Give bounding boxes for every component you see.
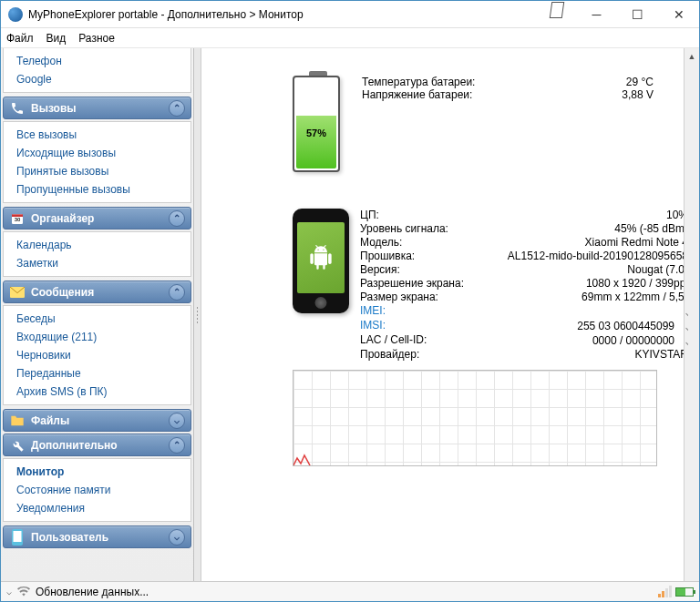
maximize-button[interactable]: ☐ xyxy=(617,2,658,27)
splitter-handle[interactable] xyxy=(194,48,201,581)
sidebar-item-archive[interactable]: Архив SMS (в ПК) xyxy=(4,383,190,401)
sidebar-item-allcalls[interactable]: Все вызовы xyxy=(4,126,190,144)
section-label: Дополнительно xyxy=(31,439,118,452)
section-label: Вызовы xyxy=(31,102,77,115)
sidebar-item-notifications[interactable]: Уведомления xyxy=(4,499,190,517)
svg-text:30: 30 xyxy=(15,217,21,222)
sidebar-item-monitor[interactable]: Монитор xyxy=(4,463,190,481)
provider-value: KYIVSTAR xyxy=(479,348,688,361)
collapse-icon[interactable]: ⌃ xyxy=(169,284,185,301)
section-header-extra[interactable]: Дополнительно ⌃ xyxy=(3,434,191,456)
sidebar-item-calendar[interactable]: Календарь xyxy=(4,236,190,254)
status-text: Обновление данных... xyxy=(36,586,149,598)
sidebar-item-notes[interactable]: Заметки xyxy=(4,254,190,272)
menu-misc[interactable]: Разное xyxy=(78,32,115,45)
firmware-value: AL1512-mido-build-20190128095658 xyxy=(479,250,688,262)
version-value: Nougat (7.0) xyxy=(479,263,688,276)
svg-rect-1 xyxy=(12,214,23,217)
screensize-label: Размер экрана: xyxy=(360,291,479,303)
app-window: MyPhoneExplorer portable - Дополнительно… xyxy=(0,0,700,602)
sidebar-item-incoming[interactable]: Принятые вызовы xyxy=(4,162,190,180)
phone-icon xyxy=(9,100,26,117)
sidebar-item-phone[interactable]: Телефон xyxy=(4,52,190,70)
minimize-button[interactable]: ─ xyxy=(576,2,617,27)
section-header-user[interactable]: Пользователь ⌵ xyxy=(3,525,191,548)
model-label: Модель: xyxy=(360,236,479,249)
battery-small-icon xyxy=(675,587,694,597)
version-label: Версия: xyxy=(360,263,479,276)
titlebar: MyPhoneExplorer portable - Дополнительно… xyxy=(1,1,699,28)
sidebar-item-google[interactable]: Google xyxy=(4,70,190,88)
sidebar-item-outgoing[interactable]: Исходящие вызовы xyxy=(4,144,190,162)
sidebar-item-drafts[interactable]: Черновики xyxy=(4,346,190,364)
battery-volt-value: 3,88 V xyxy=(508,88,654,101)
statusbar: ⌵ Обновление данных... xyxy=(1,581,699,601)
cpu-value: 10% xyxy=(479,209,688,221)
resolution-value: 1080 x 1920 / 399ppi xyxy=(479,277,688,290)
section-header-messages[interactable]: Сообщения ⌃ xyxy=(3,281,191,303)
phone-graphic xyxy=(293,209,349,313)
section-header-calls[interactable]: Вызовы ⌃ xyxy=(3,97,191,119)
window-title: MyPhoneExplorer portable - Дополнительно… xyxy=(28,8,304,21)
device-icon xyxy=(9,529,26,546)
menu-view[interactable]: Вид xyxy=(46,32,67,45)
cpu-label: ЦП: xyxy=(360,209,479,221)
model-value: Xiaomi Redmi Note 4 xyxy=(479,236,688,249)
menubar: Файл Вид Разное xyxy=(1,28,699,48)
sidebar-item-chats[interactable]: Беседы xyxy=(4,310,190,328)
collapse-icon[interactable]: ⌵ xyxy=(169,413,185,429)
battery-temp-value: 29 °C xyxy=(508,76,654,88)
magnify-icon[interactable] xyxy=(677,319,688,330)
signal-value: 45% (-85 dBm) xyxy=(479,222,688,235)
cpu-graph xyxy=(293,370,657,466)
chevron-down-icon[interactable]: ⌵ xyxy=(6,587,12,597)
imei-label[interactable]: IMEI: xyxy=(360,304,479,318)
collapse-icon[interactable]: ⌵ xyxy=(169,529,185,546)
android-icon xyxy=(308,245,334,270)
section-header-files[interactable]: Файлы ⌵ xyxy=(3,409,191,432)
svg-rect-5 xyxy=(14,531,22,542)
battery-volt-label: Напряжение батареи: xyxy=(362,88,508,101)
battery-percent: 57% xyxy=(306,128,326,138)
calendar-icon: 30 xyxy=(9,210,26,227)
app-icon xyxy=(8,7,23,22)
section-header-organizer[interactable]: 30 Органайзер ⌃ xyxy=(3,207,191,230)
tablet-mode-icon[interactable] xyxy=(550,2,565,18)
imsi-label[interactable]: IMSI: xyxy=(360,319,479,332)
sidebar: Телефон Google Вызовы ⌃ Все вызовы Исход… xyxy=(1,48,194,581)
sidebar-item-inbox[interactable]: Входящие (211) xyxy=(4,328,190,346)
folder-icon xyxy=(9,413,26,429)
sidebar-item-missed[interactable]: Пропущенные вызовы xyxy=(4,180,190,199)
magnify-icon[interactable] xyxy=(677,304,688,315)
collapse-icon[interactable]: ⌃ xyxy=(169,437,185,454)
section-label: Пользователь xyxy=(31,531,108,544)
magnify-icon[interactable] xyxy=(677,333,688,344)
firmware-label: Прошивка: xyxy=(360,250,479,262)
section-label: Сообщения xyxy=(31,286,94,299)
main-content: ▲ 57% Температура батареи: 29 °C Напряже… xyxy=(201,48,699,581)
battery-graphic: 57% xyxy=(293,76,340,172)
sidebar-item-memory[interactable]: Состояние памяти xyxy=(4,481,190,499)
imsi-value: 255 03 0600445099 xyxy=(479,319,688,332)
section-label: Органайзер xyxy=(31,212,94,225)
sidebar-item-sent[interactable]: Переданные xyxy=(4,364,190,383)
scroll-up-icon[interactable]: ▲ xyxy=(685,48,699,64)
battery-temp-label: Температура батареи: xyxy=(362,76,508,88)
imei-value xyxy=(479,304,688,318)
envelope-icon xyxy=(9,284,26,301)
resolution-label: Разрешение экрана: xyxy=(360,277,479,290)
collapse-icon[interactable]: ⌃ xyxy=(169,100,185,117)
signal-label: Уровень сигнала: xyxy=(360,222,479,235)
menu-file[interactable]: Файл xyxy=(6,32,34,45)
lac-label: LAC / Cell-ID: xyxy=(360,333,479,347)
collapse-icon[interactable]: ⌃ xyxy=(169,210,185,227)
section-label: Файлы xyxy=(31,414,69,427)
close-button[interactable]: ✕ xyxy=(658,2,699,27)
wifi-icon xyxy=(17,587,30,597)
signal-bars-icon xyxy=(658,586,672,597)
wrench-icon xyxy=(9,437,26,454)
screensize-value: 69mm x 122mm / 5,5" xyxy=(479,291,688,303)
provider-label: Провайдер: xyxy=(360,348,479,361)
lac-value: 0000 / 00000000 xyxy=(479,333,688,347)
